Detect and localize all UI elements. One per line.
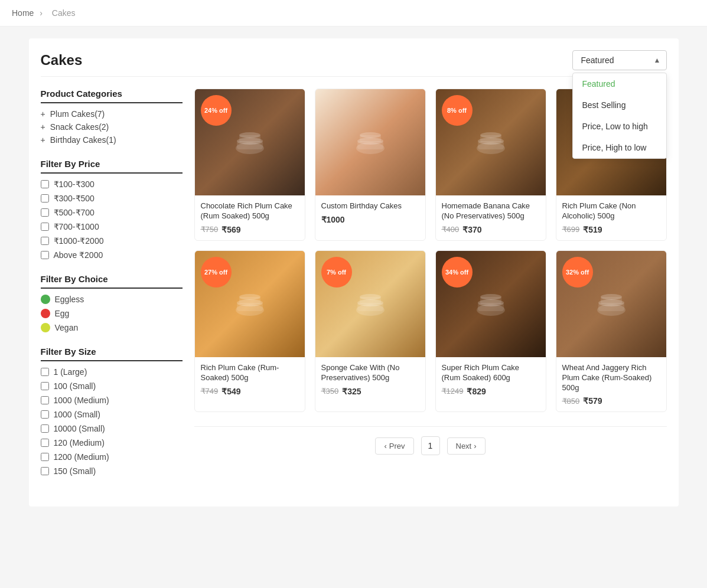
- size-filter-checkbox[interactable]: [41, 382, 49, 390]
- product-card[interactable]: 27% off Rich Plum Cake (Rum-Soaked) 500g…: [194, 250, 305, 413]
- choice-filter-option[interactable]: Egg: [41, 309, 183, 318]
- filter-choice-list: EgglessEggVegan: [41, 295, 183, 332]
- size-filter-checkbox[interactable]: [41, 396, 49, 404]
- size-filter-option[interactable]: 1000 (Medium): [41, 396, 183, 405]
- price-original: ₹400: [442, 225, 460, 234]
- product-price: ₹1000: [321, 215, 419, 224]
- price-filter-checkbox[interactable]: [41, 237, 49, 245]
- cake-icon: [594, 286, 629, 322]
- size-filter-option[interactable]: 1200 (Medium): [41, 452, 183, 462]
- category-item[interactable]: +Birthday Cakes(1): [41, 135, 183, 145]
- product-name: Super Rich Plum Cake (Rum Soaked) 600g: [442, 363, 540, 383]
- product-image-wrapper: 7% off: [315, 251, 425, 357]
- plus-icon: +: [41, 109, 45, 119]
- sort-option-featured[interactable]: Featured: [573, 73, 666, 94]
- breadcrumb-current: Cakes: [52, 8, 76, 18]
- plus-icon: +: [41, 135, 45, 145]
- svg-point-34: [480, 294, 501, 300]
- filter-size-list: 1 (Large)100 (Small)1000 (Medium)1000 (S…: [41, 367, 183, 481]
- size-filter-option[interactable]: 1000 (Small): [41, 410, 183, 419]
- filter-price-list: ₹100-₹300₹300-₹500₹500-₹700₹700-₹1000₹10…: [41, 179, 183, 260]
- price-filter-option[interactable]: ₹500-₹700: [41, 208, 183, 217]
- size-filter-option[interactable]: 1 (Large): [41, 367, 183, 377]
- product-card[interactable]: 34% off Super Rich Plum Cake (Rum Soaked…: [435, 250, 546, 413]
- filter-by-size-title: Filter By Size: [41, 347, 183, 361]
- breadcrumb-home[interactable]: Home: [12, 8, 34, 18]
- pagination: ‹ Prev 1 Next ›: [194, 426, 667, 455]
- choice-filter-option[interactable]: Vegan: [41, 323, 183, 332]
- size-filter-checkbox[interactable]: [41, 439, 49, 447]
- price-original: ₹1249: [442, 387, 464, 396]
- choice-filter-option[interactable]: Eggless: [41, 295, 183, 304]
- size-filter-option[interactable]: 150 (Small): [41, 466, 183, 476]
- size-filter-checkbox[interactable]: [41, 410, 49, 419]
- size-filter-label: 1 (Large): [54, 367, 87, 377]
- size-filter-label: 10000 (Small): [54, 424, 105, 433]
- product-price: ₹750 ₹569: [201, 225, 299, 234]
- sort-option-price_low_high[interactable]: Price, Low to high: [573, 116, 666, 137]
- product-info: Rich Plum Cake (Non Alcoholic) 500g ₹699…: [556, 195, 666, 240]
- price-discounted: ₹829: [467, 387, 486, 396]
- size-filter-option[interactable]: 10000 (Small): [41, 424, 183, 433]
- sort-select[interactable]: FeaturedBest SellingPrice, Low to highPr…: [572, 50, 667, 70]
- category-item[interactable]: +Plum Cakes(7): [41, 109, 183, 119]
- sort-option-best_selling[interactable]: Best Selling: [573, 94, 666, 116]
- price-filter-option[interactable]: Above ₹2000: [41, 250, 183, 260]
- product-name: Wheat And Jaggery Rich Plum Cake (Rum-So…: [562, 363, 660, 393]
- product-name: Sponge Cake With (No Preservatives) 500g: [321, 363, 419, 383]
- product-name: Custom Birthday Cakes: [321, 201, 419, 211]
- product-image-wrapper: [315, 89, 425, 195]
- size-filter-option[interactable]: 120 (Medium): [41, 438, 183, 447]
- next-button[interactable]: Next ›: [447, 437, 486, 455]
- price-single: ₹1000: [321, 215, 345, 224]
- size-filter-label: 1000 (Medium): [54, 396, 109, 405]
- category-item[interactable]: +Snack Cakes(2): [41, 122, 183, 132]
- size-filter-checkbox[interactable]: [41, 368, 49, 376]
- breadcrumb: Home › Cakes: [0, 0, 707, 27]
- product-card[interactable]: 24% off Chocolate Rich Plum Cake (Rum So…: [194, 89, 305, 241]
- product-price: ₹749 ₹549: [201, 387, 299, 396]
- product-info: Rich Plum Cake (Rum-Soaked) 500g ₹749 ₹5…: [195, 357, 305, 402]
- next-label: Next: [456, 442, 472, 450]
- size-filter-checkbox[interactable]: [41, 467, 49, 475]
- size-filter-checkbox[interactable]: [41, 453, 49, 461]
- price-filter-checkbox[interactable]: [41, 194, 49, 202]
- category-label: Plum Cakes(7): [50, 109, 105, 119]
- choice-filter-label: Eggless: [55, 295, 84, 304]
- price-filter-option[interactable]: ₹700-₹1000: [41, 222, 183, 231]
- filter-by-size-section: Filter By Size 1 (Large)100 (Small)1000 …: [41, 347, 183, 481]
- category-label: Birthday Cakes(1): [50, 135, 116, 145]
- price-filter-checkbox[interactable]: [41, 223, 49, 231]
- size-filter-label: 120 (Medium): [54, 438, 105, 447]
- product-price: ₹1249 ₹829: [442, 387, 540, 396]
- product-card[interactable]: 32% off Wheat And Jaggery Rich Plum Cake…: [556, 250, 667, 413]
- page-number-1[interactable]: 1: [421, 436, 440, 455]
- color-dot-icon: [41, 323, 50, 332]
- product-badge: 24% off: [201, 95, 232, 126]
- size-filter-checkbox[interactable]: [41, 424, 49, 433]
- size-filter-option[interactable]: 100 (Small): [41, 381, 183, 391]
- product-image-wrapper: 8% off: [436, 89, 546, 195]
- cake-icon: [473, 286, 509, 322]
- product-price: ₹699 ₹519: [562, 225, 660, 234]
- sort-dropdown-wrapper: FeaturedBest SellingPrice, Low to highPr…: [572, 50, 667, 70]
- filter-by-choice-title: Filter By Choice: [41, 274, 183, 289]
- product-card[interactable]: 7% off Sponge Cake With (No Preservative…: [315, 250, 426, 413]
- price-filter-option[interactable]: ₹300-₹500: [41, 194, 183, 203]
- svg-point-4: [239, 132, 260, 138]
- page-header: Cakes FeaturedBest SellingPrice, Low to …: [41, 50, 667, 77]
- price-filter-checkbox[interactable]: [41, 208, 49, 217]
- sort-option-price_high_low[interactable]: Price, High to low: [573, 137, 666, 158]
- prev-button[interactable]: ‹ Prev: [375, 437, 413, 455]
- price-filter-option[interactable]: ₹1000-₹2000: [41, 236, 183, 246]
- product-card[interactable]: 8% off Homemade Banana Cake (No Preserva…: [435, 89, 546, 241]
- product-card[interactable]: Custom Birthday Cakes ₹1000: [315, 89, 426, 241]
- product-name: Rich Plum Cake (Non Alcoholic) 500g: [562, 201, 660, 221]
- chevron-left-icon: ‹: [384, 442, 386, 450]
- price-filter-checkbox[interactable]: [41, 180, 49, 188]
- price-filter-option[interactable]: ₹100-₹300: [41, 179, 183, 189]
- product-info: Sponge Cake With (No Preservatives) 500g…: [315, 357, 425, 402]
- plus-icon: +: [41, 122, 45, 132]
- page-title: Cakes: [41, 52, 83, 68]
- price-filter-checkbox[interactable]: [41, 251, 49, 259]
